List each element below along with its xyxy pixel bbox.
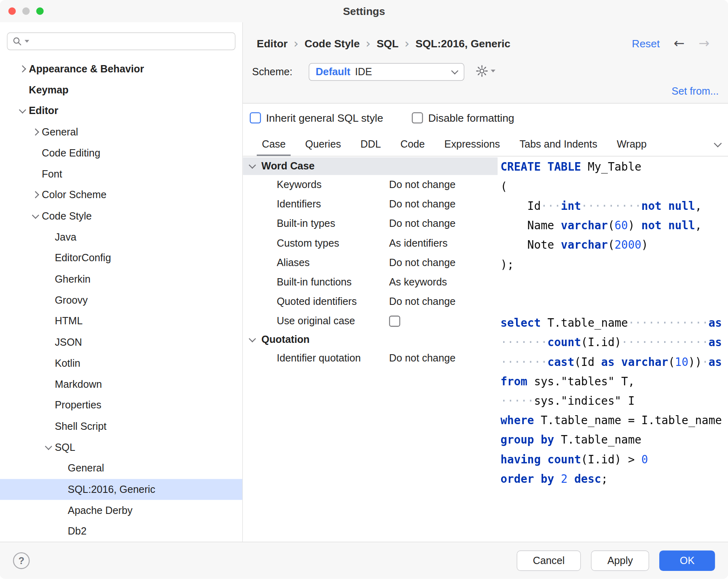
code-format-dots: ············· bbox=[621, 336, 709, 349]
sidebar-item-color-scheme[interactable]: Color Scheme bbox=[0, 185, 242, 206]
chevron-down-icon[interactable] bbox=[17, 101, 29, 122]
sidebar-item-editor[interactable]: Editor bbox=[0, 101, 242, 122]
code-text bbox=[554, 473, 561, 486]
apply-button[interactable]: Apply bbox=[591, 550, 650, 571]
code-keyword: group by bbox=[500, 433, 554, 446]
sidebar-item-label: JSON bbox=[55, 336, 82, 349]
search-input[interactable] bbox=[32, 36, 230, 47]
sidebar-item-db2[interactable]: Db2 bbox=[0, 521, 242, 542]
use-original-case-checkbox[interactable] bbox=[389, 316, 400, 327]
sidebar-item-label: Code Editing bbox=[42, 147, 100, 159]
sidebar-item-code-style[interactable]: Code Style bbox=[0, 206, 242, 227]
breadcrumb-item-editor[interactable]: Editor bbox=[257, 37, 288, 50]
inherit-sql-style-checkbox[interactable] bbox=[250, 112, 261, 124]
search-history-chevron-icon[interactable] bbox=[25, 40, 29, 43]
keywords-dropdown[interactable]: Do not change bbox=[389, 179, 455, 191]
code-number: 60 bbox=[615, 219, 628, 232]
chevron-right-icon[interactable] bbox=[30, 185, 42, 206]
disable-formatting-checkbox-group[interactable]: Disable formatting bbox=[412, 112, 514, 124]
chevron-down-icon[interactable] bbox=[43, 437, 55, 458]
sidebar-item-shell-script[interactable]: Shell Script bbox=[0, 416, 242, 437]
help-button[interactable]: ? bbox=[13, 552, 30, 568]
chevron-spacer bbox=[43, 374, 55, 395]
tab-case[interactable]: Case bbox=[252, 132, 295, 156]
tab-tabs-and-indents[interactable]: Tabs and Indents bbox=[510, 132, 607, 156]
breadcrumb-item-sql-2016-generic[interactable]: SQL:2016, Generic bbox=[415, 37, 510, 50]
sidebar-item-label: SQL:2016, Generic bbox=[68, 484, 155, 496]
zoom-button[interactable] bbox=[36, 7, 44, 15]
tab-wrapp[interactable]: Wrapp bbox=[607, 132, 656, 156]
aliases-dropdown[interactable]: Do not change bbox=[389, 257, 455, 269]
built-in-types-dropdown[interactable]: Do not change bbox=[389, 218, 455, 230]
sidebar-item-java[interactable]: Java bbox=[0, 227, 242, 248]
breadcrumb-item-code-style[interactable]: Code Style bbox=[305, 37, 360, 50]
sidebar-item-label: Kotlin bbox=[55, 357, 80, 370]
sidebar-item-appearance-behavior[interactable]: Appearance & Behavior bbox=[0, 59, 242, 80]
sidebar-item-label: HTML bbox=[55, 315, 83, 328]
back-arrow-icon[interactable]: ← bbox=[674, 37, 685, 50]
sidebar-item-markdown[interactable]: Markdown bbox=[0, 374, 242, 395]
chevron-down-icon[interactable] bbox=[247, 331, 262, 349]
minimize-button[interactable] bbox=[22, 7, 30, 15]
chevron-right-icon[interactable] bbox=[17, 59, 29, 80]
reset-link[interactable]: Reset bbox=[632, 37, 660, 50]
sidebar-item-sql-2016-generic[interactable]: SQL:2016, Generic bbox=[0, 479, 242, 500]
section-header-quotation[interactable]: Quotation bbox=[243, 331, 497, 349]
close-button[interactable] bbox=[8, 7, 16, 15]
sidebar-item-json[interactable]: JSON bbox=[0, 332, 242, 353]
sidebar-item-editorconfig[interactable]: EditorConfig bbox=[0, 248, 242, 269]
settings-pane: Word CaseKeywordsDo not changeIdentifier… bbox=[243, 156, 497, 542]
setting-label: Use original case bbox=[277, 315, 389, 327]
ok-button[interactable]: OK bbox=[659, 550, 715, 571]
search-box[interactable] bbox=[7, 32, 235, 50]
set-from-link[interactable]: Set from... bbox=[672, 85, 719, 97]
code-keyword: not null bbox=[641, 219, 695, 232]
sidebar-item-apache-derby[interactable]: Apache Derby bbox=[0, 500, 242, 521]
sidebar-item-html[interactable]: HTML bbox=[0, 311, 242, 332]
breadcrumb-item-sql[interactable]: SQL bbox=[377, 37, 398, 50]
tab-ddl[interactable]: DDL bbox=[351, 132, 391, 156]
chevron-spacer bbox=[56, 521, 68, 542]
scheme-actions-button[interactable] bbox=[475, 64, 495, 78]
setting-label: Identifiers bbox=[277, 198, 389, 210]
code-text: , bbox=[695, 219, 702, 232]
settings-content: Editor›Code Style›SQL›SQL:2016, Generic … bbox=[243, 22, 728, 542]
disable-formatting-checkbox[interactable] bbox=[412, 112, 423, 124]
code-line: select T.table_name············as bbox=[500, 313, 728, 333]
identifier-quotation-dropdown[interactable]: Do not change bbox=[389, 352, 455, 364]
custom-types-dropdown[interactable]: As identifiers bbox=[389, 237, 448, 249]
identifiers-dropdown[interactable]: Do not change bbox=[389, 198, 455, 210]
sidebar-item-sql[interactable]: SQL bbox=[0, 437, 242, 458]
tab-code[interactable]: Code bbox=[391, 132, 435, 156]
sidebar-item-general[interactable]: General bbox=[0, 458, 242, 479]
sidebar-item-groovy[interactable]: Groovy bbox=[0, 290, 242, 311]
sidebar-item-kotlin[interactable]: Kotlin bbox=[0, 353, 242, 374]
code-format-dots: · bbox=[702, 355, 709, 368]
forward-arrow-icon[interactable]: → bbox=[698, 37, 709, 50]
chevron-down-icon[interactable] bbox=[247, 157, 262, 175]
chevron-spacer bbox=[43, 290, 55, 311]
sidebar-item-keymap[interactable]: Keymap bbox=[0, 80, 242, 101]
quoted-identifiers-dropdown[interactable]: Do not change bbox=[389, 296, 455, 308]
section-header-word-case[interactable]: Word Case bbox=[243, 157, 497, 175]
tabs-overflow-button[interactable] bbox=[715, 140, 721, 148]
code-keyword: varchar bbox=[561, 239, 608, 251]
inherit-sql-style-checkbox-group[interactable]: Inherit general SQL style bbox=[250, 112, 383, 124]
sidebar-item-properties[interactable]: Properties bbox=[0, 395, 242, 416]
built-in-functions-dropdown[interactable]: As keywords bbox=[389, 276, 447, 288]
settings-row-use-original-case: Use original case bbox=[243, 311, 497, 331]
tab-expressions[interactable]: Expressions bbox=[435, 132, 510, 156]
tab-queries[interactable]: Queries bbox=[296, 132, 351, 156]
chevron-down-icon[interactable] bbox=[30, 206, 42, 227]
scheme-dropdown[interactable]: Default IDE bbox=[309, 63, 464, 81]
code-keyword: varchar bbox=[561, 219, 608, 232]
code-text: ( bbox=[668, 355, 675, 368]
sidebar-item-general[interactable]: General bbox=[0, 122, 242, 143]
sidebar-item-font[interactable]: Font bbox=[0, 164, 242, 185]
sidebar-item-gherkin[interactable]: Gherkin bbox=[0, 269, 242, 290]
cancel-button[interactable]: Cancel bbox=[516, 550, 581, 571]
sidebar-item-code-editing[interactable]: Code Editing bbox=[0, 143, 242, 164]
chevron-right-icon[interactable] bbox=[30, 122, 42, 143]
chevron-spacer bbox=[43, 248, 55, 269]
code-line: Id···int·········not null, bbox=[500, 197, 728, 216]
